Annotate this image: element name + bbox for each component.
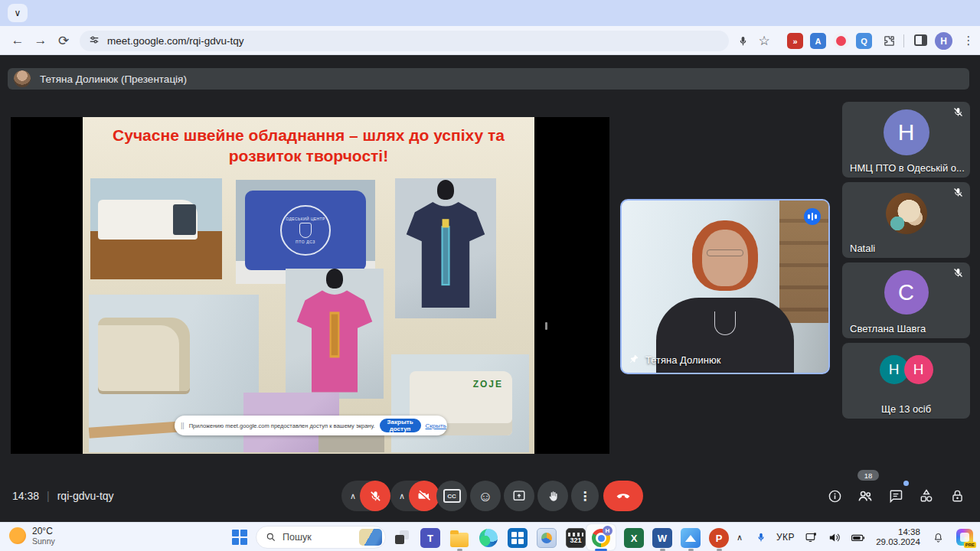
forward-button[interactable]: →: [31, 31, 51, 51]
url-bar[interactable]: meet.google.com/rqi-gdvu-tqy: [80, 31, 729, 51]
meeting-details-button[interactable]: [822, 484, 847, 508]
taskbar-photos-icon[interactable]: [681, 528, 701, 548]
end-call-icon: [615, 487, 632, 504]
taskbar-search[interactable]: Пошук: [256, 526, 386, 549]
captions-button[interactable]: CC: [436, 481, 467, 511]
task-view-button[interactable]: [395, 530, 409, 544]
language-indicator[interactable]: УКР: [772, 532, 799, 543]
host-controls-button[interactable]: [945, 484, 969, 508]
bag-logo: ОДЕСЬКИЙ ЦЕНТР ПТО ДСЗ: [280, 205, 331, 256]
pin-icon: [629, 353, 639, 367]
extensions-puzzle-icon[interactable]: [879, 31, 899, 51]
participant-tile[interactable]: Natali: [842, 182, 970, 258]
taskbar-snip-app-icon[interactable]: [537, 528, 557, 548]
hide-share-bar-link[interactable]: Скрыть: [426, 422, 446, 429]
meet-control-bar: 14:38 | rqi-gdvu-tqy ∧ ∧ CC ☺: [0, 474, 980, 522]
raise-hand-button[interactable]: [537, 481, 568, 511]
mic-mute-button[interactable]: [360, 481, 390, 511]
participant-name: Natali: [850, 243, 875, 254]
stop-sharing-button[interactable]: Закрыть доступ: [380, 419, 421, 432]
taskbar-edge-icon[interactable]: [479, 528, 498, 548]
lock-icon: [950, 489, 965, 504]
taskbar-teams-icon[interactable]: T: [420, 528, 440, 548]
activities-button[interactable]: [914, 484, 939, 508]
slide-photo-embroidery-machine: [90, 178, 222, 279]
tab-search-button[interactable]: ∨: [8, 4, 28, 22]
participant-name: Светлана Шавга: [850, 323, 926, 334]
network-icon[interactable]: [799, 531, 822, 544]
more-options-button[interactable]: ⋮: [571, 481, 599, 511]
extension-recorder-icon[interactable]: [833, 33, 849, 49]
extension-qtranslate-icon[interactable]: Q: [856, 33, 872, 49]
present-button[interactable]: [504, 481, 534, 511]
zoje-brand-label: ZOJE: [473, 379, 503, 390]
avatar: С: [884, 270, 929, 315]
reload-button[interactable]: ⟳: [54, 31, 74, 51]
battery-icon[interactable]: [845, 530, 870, 545]
search-daily-image: [359, 529, 382, 546]
info-icon: [828, 489, 842, 504]
clock-label: 14:38: [12, 490, 39, 502]
taskbar-store-icon[interactable]: [508, 528, 528, 548]
tray-time: 14:38: [876, 527, 920, 537]
more-participants-label: Ще 13 осіб: [842, 403, 970, 415]
tray-date: 29.03.2024: [876, 537, 920, 547]
mic-off-icon: [952, 106, 964, 121]
copilot-button[interactable]: PRE: [949, 529, 980, 546]
extension-translate-icon[interactable]: A: [810, 33, 826, 49]
search-icon: [266, 532, 276, 543]
end-call-button[interactable]: [603, 481, 643, 511]
show-people-button[interactable]: [853, 484, 877, 508]
presentation-stage[interactable]: Сучасне швейне обладнання – шлях до успі…: [11, 117, 609, 454]
participant-tile[interactable]: Н НМЦ ПТО в Одеській о...: [842, 102, 970, 178]
present-screen-icon: [512, 489, 526, 503]
site-settings-icon[interactable]: [89, 34, 100, 48]
camera-options-caret[interactable]: ∧: [394, 481, 410, 511]
chat-button[interactable]: [884, 484, 908, 508]
slide-photo-zoje-machine: ZOJE: [391, 354, 529, 452]
back-button[interactable]: ←: [8, 31, 28, 51]
hand-icon: [547, 490, 560, 503]
self-video-tile[interactable]: Тетяна Долинюк: [620, 199, 830, 374]
volume-icon[interactable]: [822, 531, 845, 544]
start-button[interactable]: [232, 530, 247, 545]
taskbar-media-player-icon[interactable]: 321: [566, 528, 586, 548]
taskbar-chrome-icon[interactable]: H: [591, 528, 611, 548]
tray-mic-icon[interactable]: [750, 532, 772, 543]
share-message: Приложению meet.google.com предоставлен …: [189, 422, 375, 429]
copilot-icon: PRE: [956, 529, 973, 546]
browser-profile-avatar[interactable]: H: [935, 32, 952, 50]
drag-grip-icon[interactable]: ||: [181, 422, 185, 429]
presenter-name: Тетяна Долинюк (Презентація): [40, 73, 187, 85]
camera-off-button[interactable]: [409, 481, 439, 511]
mic-options-caret[interactable]: ∧: [345, 481, 361, 511]
reactions-button[interactable]: ☺: [470, 481, 501, 511]
bookmark-button[interactable]: ☆: [754, 31, 774, 51]
taskbar-weather-widget[interactable]: 20°C Sunny: [9, 526, 55, 546]
people-icon: [857, 487, 874, 504]
sun-icon: [9, 527, 26, 544]
slide-photo-navy-tshirt: [395, 178, 496, 318]
side-panel-icon[interactable]: [914, 34, 927, 46]
mic-search-button[interactable]: [733, 31, 753, 51]
taskbar-powerpoint-icon[interactable]: P: [709, 528, 729, 548]
kebab-icon: ⋮: [579, 489, 591, 504]
taskbar-explorer-icon[interactable]: [449, 528, 469, 548]
copilot-pre-badge: PRE: [964, 542, 976, 548]
star-icon: ☆: [758, 33, 769, 49]
taskbar-word-icon[interactable]: W: [652, 528, 672, 548]
tray-clock[interactable]: 14:38 29.03.2024: [870, 527, 926, 547]
tray-overflow-chevron[interactable]: ∧: [729, 533, 750, 543]
mic-off-icon: [369, 490, 382, 503]
participant-name: НМЦ ПТО в Одеській о...: [850, 162, 965, 174]
chevron-down-icon: ∨: [15, 8, 21, 18]
browser-menu-button[interactable]: ⋮: [959, 31, 978, 51]
taskbar-excel-icon[interactable]: X: [624, 528, 644, 548]
notifications-bell-icon[interactable]: [926, 532, 949, 543]
reload-icon: ⟳: [58, 33, 69, 49]
participant-tile-overflow[interactable]: Н Н Ще 13 осіб: [842, 343, 970, 419]
extension-video-icon[interactable]: »: [787, 33, 803, 49]
camera-control-group: ∧: [390, 481, 439, 511]
chat-unread-dot: [903, 481, 909, 486]
participant-tile[interactable]: С Светлана Шавга: [842, 262, 970, 338]
